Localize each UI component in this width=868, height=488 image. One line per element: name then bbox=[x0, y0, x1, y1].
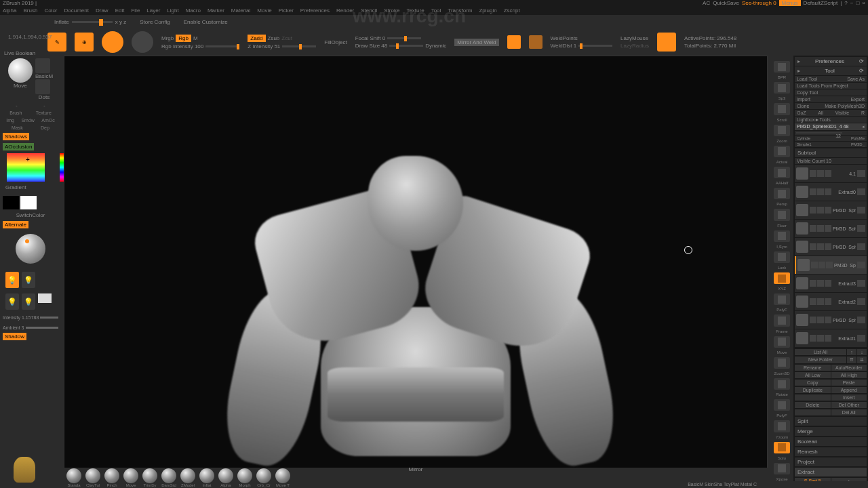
menu-texture[interactable]: Texture bbox=[406, 7, 424, 14]
tool-header[interactable]: ▸Tool⟳ bbox=[795, 66, 867, 75]
zsub-toggle[interactable]: Zsub bbox=[268, 35, 280, 41]
mirror-weld-button[interactable]: Mirror And Weld bbox=[454, 39, 498, 46]
goz-button[interactable]: GoZ bbox=[797, 110, 806, 115]
eye-icon[interactable] bbox=[857, 207, 865, 214]
copy-st-button[interactable]: Copy bbox=[795, 380, 831, 386]
material-thumbnail[interactable] bbox=[16, 234, 45, 264]
eye-icon[interactable] bbox=[857, 188, 865, 195]
right-tool-xyz[interactable] bbox=[774, 272, 790, 284]
quicksave-button[interactable]: QuickSave bbox=[713, 0, 739, 6]
z-intensity-slider[interactable]: Z Intensity 51 bbox=[248, 43, 280, 49]
right-tool-persp[interactable] bbox=[774, 188, 790, 199]
menu-preferences[interactable]: Preferences bbox=[300, 7, 330, 14]
color-picker[interactable]: + bbox=[7, 153, 45, 182]
menu-document[interactable]: Document bbox=[64, 7, 89, 14]
rgb-intensity-slider[interactable]: Rgb Intensity 100 bbox=[161, 43, 203, 49]
eye-icon[interactable] bbox=[857, 280, 865, 287]
right-tool-polyf[interactable] bbox=[774, 293, 790, 305]
shadow-toggle[interactable]: Shadow bbox=[3, 333, 26, 340]
material-ball-move t[interactable] bbox=[275, 468, 290, 483]
subtool-item[interactable]: Extract3 bbox=[795, 274, 867, 292]
material-ball-claytul[interactable] bbox=[85, 468, 100, 483]
right-tool-rotate[interactable] bbox=[774, 378, 790, 390]
alpha-thumbnail[interactable] bbox=[35, 79, 50, 94]
sculptris-button[interactable] bbox=[132, 31, 153, 53]
subtool-item[interactable]: PM3D_Sphere3D1_4 bbox=[795, 256, 867, 274]
menu-layer[interactable]: Layer bbox=[146, 7, 160, 14]
light-2-toggle[interactable]: 💡 bbox=[22, 272, 35, 288]
m-toggle[interactable]: M bbox=[193, 35, 198, 41]
subtool-item[interactable]: PM3D_Sphere3D1_3 bbox=[795, 238, 867, 256]
primary-color-swatch[interactable] bbox=[3, 196, 19, 209]
remesh-section[interactable]: Remesh bbox=[795, 447, 867, 456]
project-section[interactable]: Project bbox=[795, 458, 867, 466]
clone-button[interactable]: Clone bbox=[797, 104, 809, 108]
brush-tab[interactable]: Brush bbox=[9, 110, 22, 115]
menu-alpha[interactable]: Alpha bbox=[3, 7, 16, 14]
light-color-swatch[interactable] bbox=[38, 293, 52, 303]
duplicate-button[interactable]: Duplicate bbox=[795, 387, 831, 393]
right-tool-xpose[interactable] bbox=[774, 463, 790, 474]
menu-stroke[interactable]: Stroke bbox=[384, 7, 399, 14]
shadows-toggle[interactable]: Shadows bbox=[3, 133, 29, 140]
material-ball-move[interactable] bbox=[123, 468, 138, 483]
eye-icon[interactable] bbox=[857, 335, 865, 342]
rename-button[interactable]: Rename bbox=[795, 365, 831, 371]
right-tool-scroll[interactable] bbox=[774, 103, 790, 115]
merge-section[interactable]: Merge bbox=[795, 427, 867, 436]
light-4-toggle[interactable]: 💡 bbox=[22, 293, 35, 310]
subtool-item[interactable]: Extract2 bbox=[795, 293, 867, 310]
preferences-header[interactable]: ▸Preferences⟳ bbox=[795, 57, 867, 66]
right-tool-zoom3d[interactable] bbox=[774, 357, 790, 369]
right-tool-yzoom[interactable] bbox=[774, 420, 790, 432]
boolean-section[interactable]: Boolean bbox=[795, 437, 867, 446]
eye-icon[interactable] bbox=[857, 317, 865, 323]
lightbox-tools-button[interactable]: Lightbox►Tools bbox=[797, 117, 831, 122]
split-section[interactable]: Split bbox=[795, 417, 867, 426]
append-button[interactable]: Append bbox=[831, 387, 867, 393]
insert-button[interactable]: Insert bbox=[831, 394, 867, 401]
minimize-icon[interactable]: − bbox=[850, 0, 854, 6]
light-3-toggle[interactable]: 💡 bbox=[5, 293, 19, 310]
right-tool-sp3[interactable] bbox=[774, 82, 790, 94]
light-1-toggle[interactable]: 💡 bbox=[5, 272, 19, 288]
subtool-item[interactable]: PM3D_Sphere3D1 bbox=[795, 201, 867, 219]
menu-transform[interactable]: Transform bbox=[448, 7, 472, 14]
tool-preview-main[interactable]: 12 bbox=[796, 132, 842, 134]
stroke-thumbnail[interactable] bbox=[35, 58, 50, 73]
del-other-button[interactable]: Del Other bbox=[831, 402, 867, 408]
visible-count[interactable]: Visible Count 10 bbox=[797, 159, 831, 163]
help-icon[interactable]: ? bbox=[844, 0, 847, 6]
right-tool-frame[interactable] bbox=[774, 314, 790, 326]
eye-icon[interactable] bbox=[857, 243, 865, 250]
subtool-item[interactable]: Extract1 bbox=[795, 329, 867, 347]
welddist-slider[interactable]: WeldDist 1 bbox=[551, 43, 577, 49]
eye-icon[interactable] bbox=[857, 170, 865, 177]
close-icon[interactable]: × bbox=[862, 0, 865, 6]
menu-draw[interactable]: Draw bbox=[96, 7, 108, 14]
zcut-toggle[interactable]: Zcut bbox=[281, 35, 292, 41]
all-low-button[interactable]: All Low bbox=[795, 372, 831, 378]
material-ball-orb_cr[interactable] bbox=[256, 468, 271, 483]
copy-tool-button[interactable]: Copy Tool bbox=[797, 90, 818, 95]
menu-light[interactable]: Light bbox=[167, 7, 178, 14]
live-boolean-toggle[interactable]: Live Boolean bbox=[4, 50, 35, 56]
material-ball-standa[interactable] bbox=[66, 468, 81, 483]
draw-mode-button[interactable]: ⊕ bbox=[75, 33, 94, 52]
dynamesh-button[interactable] bbox=[657, 33, 676, 52]
material-ball-zmodel[interactable] bbox=[180, 468, 195, 483]
new-folder-button[interactable]: New Folder bbox=[795, 357, 846, 363]
dep-button[interactable]: Dep bbox=[41, 125, 50, 130]
export-button[interactable]: Export bbox=[851, 97, 865, 102]
menu-tool[interactable]: Tool bbox=[431, 7, 441, 14]
zadd-toggle[interactable]: Zadd bbox=[248, 35, 265, 42]
light-intensity-slider[interactable]: Intensity 1.15788 bbox=[3, 315, 39, 320]
focal-shift-slider[interactable]: Focal Shift 0 bbox=[355, 35, 385, 41]
weldpoints-toggle[interactable]: WeldPoints bbox=[551, 35, 578, 41]
right-tool-lock[interactable] bbox=[774, 251, 790, 263]
subtool-item[interactable]: PM3D_Sphere3D1_1 bbox=[795, 220, 867, 237]
store-config-button[interactable]: Store Config bbox=[140, 19, 170, 25]
eye-icon[interactable] bbox=[857, 298, 865, 305]
menu-marker[interactable]: Marker bbox=[208, 7, 224, 14]
secondary-color-swatch[interactable] bbox=[20, 196, 37, 209]
